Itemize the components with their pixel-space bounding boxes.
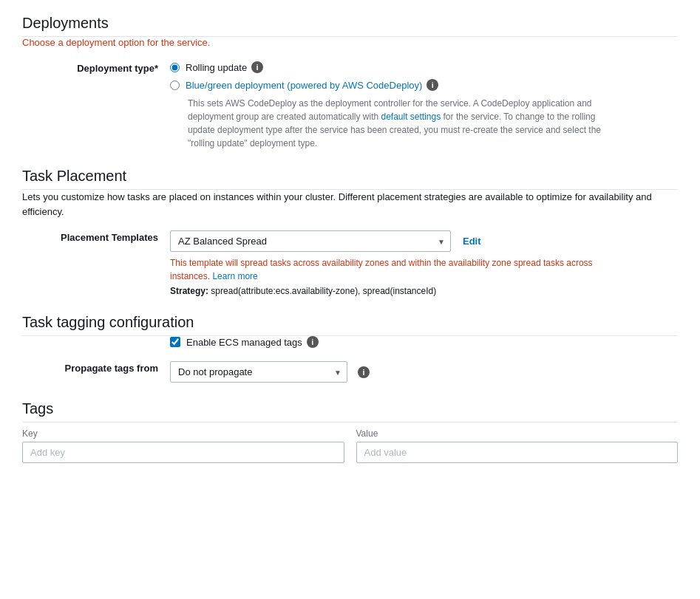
tag-value-label: Value: [356, 428, 679, 439]
managed-tags-label-spacer: [22, 336, 170, 338]
deployment-type-label: Deployment type*: [22, 61, 170, 74]
propagate-tags-row: Propagate tags from Do not propagate Tas…: [22, 361, 678, 383]
task-placement-title: Task Placement: [22, 168, 678, 185]
tag-key-col: Key: [22, 428, 344, 463]
tags-section: Tags Key Value: [22, 400, 678, 463]
task-placement-description: Lets you customize how tasks are placed …: [22, 190, 678, 219]
task-tagging-section: Task tagging configuration Enable ECS ma…: [22, 314, 678, 383]
strategy-label: Strategy:: [170, 286, 208, 296]
blue-green-radio[interactable]: [170, 81, 180, 90]
deployments-section: Deployments Choose a deployment option f…: [22, 15, 678, 150]
managed-tags-content: Enable ECS managed tags i: [170, 336, 678, 351]
rolling-update-option[interactable]: Rolling update i: [170, 61, 678, 73]
blue-green-label[interactable]: Blue/green deployment (powered by AWS Co…: [186, 80, 422, 91]
blue-green-info-icon[interactable]: i: [427, 79, 438, 91]
managed-tags-checkbox-row[interactable]: Enable ECS managed tags i: [170, 336, 678, 348]
placement-templates-row: Placement Templates AZ Balanced Spread A…: [22, 230, 678, 296]
placement-templates-select[interactable]: AZ Balanced Spread AZ Balanced BinPack B…: [170, 230, 451, 252]
tags-row: Key Value: [22, 428, 678, 463]
placement-templates-label: Placement Templates: [22, 230, 170, 243]
deployment-type-row: Deployment type* Rolling update i Blue/g…: [22, 61, 678, 150]
rolling-update-info-icon[interactable]: i: [251, 61, 263, 73]
propagate-tags-label: Propagate tags from: [22, 361, 170, 374]
placement-note: This template will spread tasks across a…: [170, 256, 599, 283]
task-tagging-title: Task tagging configuration: [22, 314, 678, 331]
managed-tags-checkbox-label[interactable]: Enable ECS managed tags: [186, 337, 302, 348]
rolling-update-label[interactable]: Rolling update: [186, 62, 247, 73]
tags-divider: [22, 422, 678, 422]
deployment-type-content: Rolling update i Blue/green deployment (…: [170, 61, 678, 150]
propagate-select-wrapper[interactable]: Do not propagate Task definition Service: [170, 361, 347, 383]
tag-key-input[interactable]: [22, 442, 344, 463]
tag-value-col: Value: [356, 428, 679, 463]
learn-more-link[interactable]: Learn more: [212, 271, 257, 281]
tag-key-label: Key: [22, 428, 344, 439]
propagate-tags-info-icon[interactable]: i: [358, 366, 370, 378]
managed-tags-row: Enable ECS managed tags i: [22, 336, 678, 351]
placement-templates-content: AZ Balanced Spread AZ Balanced BinPack B…: [170, 230, 678, 296]
managed-tags-info-icon[interactable]: i: [307, 336, 319, 348]
strategy-value: spread(attribute:ecs.availability-zone),…: [211, 286, 436, 296]
deployments-subtitle: Choose a deployment option for the servi…: [22, 37, 678, 48]
propagate-tags-select[interactable]: Do not propagate Task definition Service: [170, 361, 347, 383]
rolling-update-radio[interactable]: [170, 63, 180, 72]
blue-green-option[interactable]: Blue/green deployment (powered by AWS Co…: [170, 79, 678, 91]
blue-green-description: This sets AWS CodeDeploy as the deployme…: [188, 97, 616, 150]
propagate-select-with-info: Do not propagate Task definition Service…: [170, 361, 678, 383]
placement-select-row: AZ Balanced Spread AZ Balanced BinPack B…: [170, 230, 678, 252]
placement-strategy: Strategy: spread(attribute:ecs.availabil…: [170, 286, 678, 296]
default-settings-link[interactable]: default settings: [381, 112, 441, 122]
edit-placement-link[interactable]: Edit: [463, 236, 481, 247]
task-placement-section: Task Placement Lets you customize how ta…: [22, 168, 678, 296]
placement-select-wrapper[interactable]: AZ Balanced Spread AZ Balanced BinPack B…: [170, 230, 451, 252]
managed-tags-checkbox[interactable]: [170, 337, 180, 347]
propagate-tags-content: Do not propagate Task definition Service…: [170, 361, 678, 383]
deployments-title: Deployments: [22, 15, 678, 32]
tags-title: Tags: [22, 400, 678, 417]
tag-value-input[interactable]: [356, 442, 679, 463]
